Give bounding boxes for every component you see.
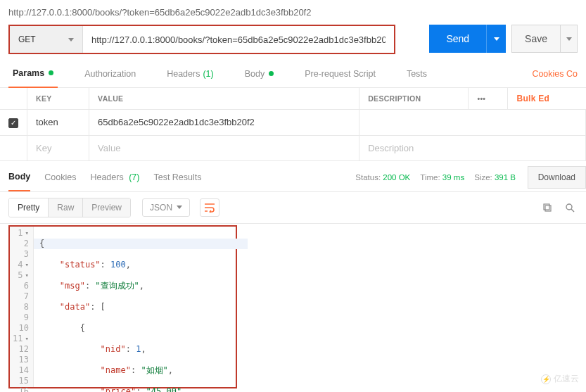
view-preview[interactable]: Preview [83, 198, 130, 217]
param-value-placeholder[interactable]: Value [89, 135, 359, 160]
download-button[interactable]: Download [528, 166, 586, 189]
copy-icon[interactable] [540, 200, 555, 215]
save-dropdown[interactable] [560, 25, 577, 52]
col-more[interactable]: ••• [469, 88, 508, 110]
param-value[interactable]: 65db6a2e5c9022e2adb1dc3e3fbb20f2 [89, 110, 359, 136]
param-key[interactable]: token [27, 110, 89, 136]
params-indicator-dot [49, 70, 53, 75]
cookies-link[interactable]: Cookies Co [532, 69, 578, 79]
wrap-lines-icon[interactable] [200, 198, 219, 217]
url-input[interactable] [83, 26, 394, 53]
svg-rect-0 [545, 206, 551, 211]
body-indicator-dot [269, 71, 274, 76]
col-value: VALUE [89, 88, 359, 110]
request-bar: GET [8, 25, 395, 54]
checkbox-icon[interactable]: ✓ [8, 118, 18, 128]
language-select[interactable]: JSON [142, 198, 190, 217]
size-meta: Size: 391 B [474, 173, 516, 182]
svg-point-2 [566, 204, 572, 210]
code-text[interactable]: { "status": 100, "msg": "查询成功", "data": … [34, 227, 253, 387]
chevron-down-icon [68, 38, 74, 42]
col-description: DESCRIPTION [359, 88, 469, 110]
table-row: ✓ token 65db6a2e5c9022e2adb1dc3e3fbb20f2 [0, 110, 586, 136]
chevron-down-icon [566, 37, 572, 41]
resp-tab-test-results[interactable]: Test Results [153, 163, 201, 191]
save-button[interactable]: Save [512, 25, 560, 52]
tab-params[interactable]: Params [8, 60, 58, 88]
view-pretty[interactable]: Pretty [9, 198, 49, 217]
tab-body[interactable]: Body [241, 60, 279, 88]
search-icon[interactable] [562, 200, 578, 215]
status-meta: Status: 200 OK [355, 173, 410, 182]
view-raw[interactable]: Raw [49, 198, 83, 217]
http-method-select[interactable]: GET [10, 26, 83, 53]
params-table: KEY VALUE DESCRIPTION ••• Bulk Ed ✓ toke… [0, 88, 586, 161]
response-body-code: 1▾234▾5▾67891011▾1213141516 { "status": … [8, 225, 237, 388]
line-gutter: 1▾234▾5▾67891011▾1213141516 [10, 227, 34, 387]
resp-tab-body[interactable]: Body [8, 163, 30, 191]
tab-title: http://127.0.0.1:8000/books/?token=65db6… [8, 7, 578, 18]
table-row-new: Key Value Description [0, 135, 586, 160]
tab-prerequest[interactable]: Pre-request Script [300, 60, 380, 88]
http-method-label: GET [18, 34, 36, 44]
col-key: KEY [27, 88, 89, 110]
param-desc-placeholder[interactable]: Description [359, 135, 586, 160]
resp-tab-cookies[interactable]: Cookies [44, 163, 76, 191]
param-key-placeholder[interactable]: Key [27, 135, 89, 160]
chevron-down-icon [177, 206, 182, 209]
tab-authorization[interactable]: Authorization [80, 60, 140, 88]
svg-rect-1 [544, 204, 549, 210]
chevron-down-icon [494, 37, 499, 41]
tab-headers[interactable]: Headers(1) [163, 60, 218, 88]
resp-tab-headers[interactable]: Headers (7) [90, 163, 139, 191]
bulk-edit-link[interactable]: Bulk Ed [516, 94, 549, 103]
time-meta: Time: 39 ms [420, 173, 464, 182]
watermark: ⚡亿速云 [541, 373, 579, 385]
send-dropdown[interactable] [486, 25, 506, 53]
tab-tests[interactable]: Tests [402, 60, 431, 88]
param-desc[interactable] [359, 110, 586, 136]
send-button[interactable]: Send [429, 25, 486, 53]
